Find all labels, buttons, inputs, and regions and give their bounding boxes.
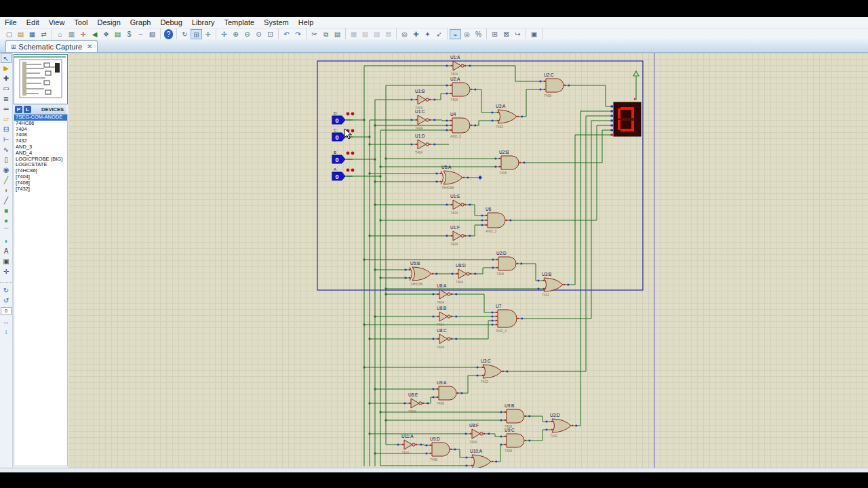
tab-close-icon[interactable]: ✕ <box>87 43 92 50</box>
gate-body[interactable] <box>412 267 431 281</box>
gate-body[interactable] <box>498 310 517 327</box>
2d-circle-icon[interactable]: ● <box>1 216 12 226</box>
origin-icon[interactable]: ✛ <box>202 29 214 39</box>
gate-body[interactable] <box>418 95 426 104</box>
menu-file[interactable]: File <box>0 18 22 27</box>
gate-body[interactable] <box>411 399 419 408</box>
gate-u2-d[interactable]: U2:D7408 <box>492 251 522 276</box>
text-script-mode-icon[interactable]: ≣ <box>1 94 12 104</box>
zoom-out-icon[interactable]: ⊖ <box>241 29 253 39</box>
center-at-cursor-icon[interactable]: ✛ <box>77 29 89 39</box>
gate-body[interactable] <box>439 334 448 344</box>
gate-u1-f[interactable]: U1:F7404 <box>446 225 471 246</box>
gate-u1-c[interactable]: U1:C7404 <box>411 109 435 130</box>
new-sheet-icon[interactable]: ▤ <box>112 29 123 39</box>
home-icon[interactable]: ⌂ <box>54 29 66 39</box>
gate-body[interactable] <box>439 386 456 400</box>
tab-schematic-capture[interactable]: ⊞ Schematic Capture ✕ <box>5 40 98 52</box>
gate-body[interactable] <box>507 409 524 423</box>
zoom-area-icon[interactable]: ⊡ <box>264 29 276 39</box>
gate-body[interactable] <box>488 213 505 228</box>
make-device-icon[interactable]: ✚ <box>410 29 422 39</box>
menu-graph[interactable]: Graph <box>125 18 156 27</box>
device-item--7432-[interactable]: [7432] <box>14 186 67 192</box>
paste-icon[interactable]: ▤ <box>332 29 343 39</box>
menu-edit[interactable]: Edit <box>22 18 44 27</box>
menu-help[interactable]: Help <box>294 18 319 27</box>
gate-u8-e[interactable]: U8:E7404 <box>404 392 429 413</box>
zoom-in-icon[interactable]: ⊕ <box>230 29 241 39</box>
save-file-icon[interactable]: ▦ <box>26 29 38 39</box>
decompose-icon[interactable]: ➶ <box>433 29 445 39</box>
gate-body[interactable] <box>472 455 491 468</box>
gate-u4[interactable]: U4AND_3 <box>446 112 476 138</box>
gate-body[interactable] <box>498 257 516 270</box>
gate-body[interactable] <box>404 440 412 449</box>
gate-u9-c[interactable]: U9:C7408 <box>500 428 530 453</box>
gate-u1-e[interactable]: U1:E7404 <box>446 194 471 215</box>
logicstate-input-a[interactable]: 0A <box>332 167 354 180</box>
gate-u6[interactable]: U6AND_3 <box>481 207 511 233</box>
gate-u1-b[interactable]: U1:B7404 <box>411 89 435 110</box>
gate-u3-c[interactable]: U3:C7432 <box>477 359 508 384</box>
gate-u8-b[interactable]: U8:B7404 <box>433 306 457 327</box>
gate-body[interactable] <box>552 419 571 432</box>
2d-symbol-icon[interactable]: ▣ <box>1 256 12 266</box>
graph-mode-icon[interactable]: ∿ <box>1 144 12 155</box>
menu-template[interactable]: Template <box>219 18 259 27</box>
gate-body[interactable] <box>453 200 461 209</box>
gate-body[interactable] <box>453 61 461 70</box>
gate-u3-d[interactable]: U3:D7432 <box>546 413 577 438</box>
2d-line-icon[interactable]: ╱ <box>1 195 12 205</box>
gate-u9-d[interactable]: U9:D7408 <box>426 436 456 462</box>
menu-library[interactable]: Library <box>187 18 220 27</box>
bill-of-materials-icon[interactable]: $ <box>123 29 135 39</box>
new-root-sheet-icon[interactable]: ⊞ <box>489 29 500 39</box>
gate-u5-b[interactable]: U5:B74HC86 <box>405 261 437 286</box>
gate-u10-a[interactable]: U10:A7432 <box>466 449 497 468</box>
flip-vertical-icon[interactable]: ↕ <box>1 327 12 337</box>
gate-u3-b[interactable]: U3:B7432 <box>538 272 569 297</box>
menu-debug[interactable]: Debug <box>155 18 186 27</box>
2d-path-icon[interactable]: ◗ <box>1 236 12 246</box>
device-pin-mode-icon[interactable]: ⊢ <box>1 134 12 144</box>
gate-body[interactable] <box>458 269 467 279</box>
toggle-grid-icon[interactable]: ⊞ <box>191 29 202 39</box>
gate-body[interactable] <box>483 365 502 378</box>
menu-system[interactable]: System <box>259 18 294 27</box>
gate-body[interactable] <box>418 140 426 149</box>
sheet-list-icon[interactable]: ▥ <box>66 29 77 39</box>
gate-body[interactable] <box>439 289 448 299</box>
help-icon[interactable]: ? <box>164 29 173 39</box>
current-probe-mode-icon[interactable]: ◖ <box>1 185 12 195</box>
zoom-all-icon[interactable]: ⊙ <box>253 29 264 39</box>
logicstate-input-d[interactable]: 0D <box>332 111 354 124</box>
zoom-to-child-icon[interactable]: ▣ <box>528 29 540 39</box>
pick-devices-button[interactable]: P <box>15 106 22 113</box>
gate-u5-a[interactable]: U5:A74HC86 <box>436 165 469 190</box>
gate-body[interactable] <box>453 231 461 241</box>
open-file-icon[interactable]: ▤ <box>15 29 26 39</box>
gate-body[interactable] <box>501 156 519 169</box>
wire-autorouter-icon[interactable]: ⌁ <box>450 29 461 39</box>
gate-u8-d[interactable]: U8:D7404 <box>452 263 476 284</box>
gate-body[interactable] <box>544 278 563 291</box>
redraw-icon[interactable]: ↻ <box>179 29 191 39</box>
subcircuit-mode-icon[interactable]: ▱ <box>1 114 12 124</box>
goto-back-icon[interactable]: ◀ <box>89 29 100 39</box>
seven-segment-display[interactable] <box>611 71 642 136</box>
flip-horizontal-icon[interactable]: ↔ <box>1 317 12 327</box>
schematic-preview[interactable] <box>14 54 68 104</box>
electrical-rule-check-icon[interactable]: − <box>135 29 146 39</box>
cut-icon[interactable]: ✂ <box>309 29 320 39</box>
property-assignment-icon[interactable]: % <box>473 29 484 39</box>
goto-sheet-icon[interactable]: ↪ <box>512 29 524 39</box>
gate-body[interactable] <box>546 79 564 92</box>
power-terminal-icon[interactable] <box>633 71 639 76</box>
generator-mode-icon[interactable]: ◉ <box>1 165 12 175</box>
2d-marker-icon[interactable]: ✛ <box>1 266 12 277</box>
gate-u2-a[interactable]: U2:A7408 <box>446 77 476 102</box>
bus-mode-icon[interactable]: ═ <box>1 104 12 114</box>
remove-sheet-icon[interactable]: ⊠ <box>500 29 512 39</box>
selection-tool-icon[interactable]: ↖ <box>1 53 12 63</box>
